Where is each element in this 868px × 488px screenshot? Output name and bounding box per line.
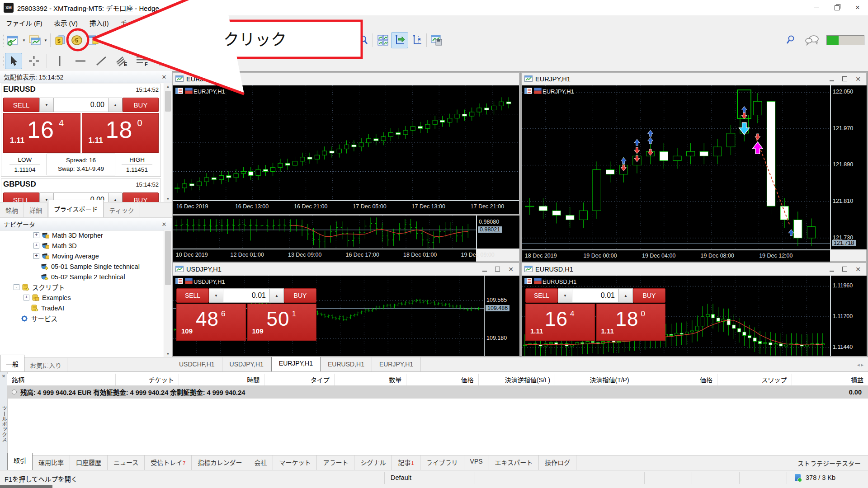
chart-tab-4[interactable]: EURUSD,H1 bbox=[321, 357, 372, 372]
lot-input[interactable]: 0.01 bbox=[223, 288, 269, 303]
tree-expand-icon[interactable]: + bbox=[33, 243, 39, 249]
chart-tab-1[interactable]: USDCHF,H1 bbox=[172, 357, 222, 372]
window-maximize-icon[interactable] bbox=[842, 266, 847, 273]
buy-price-panel[interactable]: 1.11180 bbox=[596, 304, 666, 341]
window-minimize-icon[interactable] bbox=[482, 266, 487, 273]
metaeditor-icon[interactable] bbox=[85, 33, 101, 48]
lot-input[interactable]: 0.01 bbox=[572, 288, 618, 303]
buy-button[interactable]: BUY bbox=[123, 98, 159, 112]
window-close-icon[interactable]: ✕ bbox=[508, 266, 514, 273]
column-header-2[interactable]: チケット bbox=[115, 374, 179, 385]
buy-button[interactable]: BUY bbox=[633, 288, 665, 303]
fibonacci-icon[interactable]: F bbox=[135, 53, 151, 69]
one-click-trading-icon[interactable] bbox=[534, 278, 542, 284]
toolbox-tab-10[interactable]: シグナル bbox=[354, 455, 392, 470]
chart-tab-scroll-icons[interactable]: ◂ ▸ bbox=[857, 362, 863, 368]
menu-item-5[interactable]: ツール(T) bbox=[164, 15, 203, 30]
toolbox-tab-13[interactable]: VPS bbox=[464, 455, 489, 470]
navigator-item-4[interactable]: 05-01 Sample Single technical bbox=[0, 261, 162, 272]
market-watch-tab-2[interactable]: 詳細 bbox=[24, 203, 48, 217]
navigator-close-icon[interactable]: ✕ bbox=[160, 221, 168, 228]
window-minimize-icon[interactable] bbox=[830, 266, 834, 273]
toolbox-tab-11[interactable]: 記事1 bbox=[392, 455, 420, 470]
depth-of-market-icon[interactable] bbox=[524, 88, 532, 94]
profiles-icon[interactable] bbox=[27, 33, 43, 48]
chart-plot-bl[interactable]: USDJPY,H1SELL▼0.01▲BUY109486109501 bbox=[173, 276, 484, 356]
lot-increase-icon[interactable]: ▲ bbox=[108, 192, 123, 202]
toolbox-tab-5[interactable]: 受信トレイ7 bbox=[145, 455, 192, 470]
column-header-4[interactable]: タイプ bbox=[264, 374, 334, 385]
trendline-icon[interactable] bbox=[93, 53, 109, 69]
auto-scroll-icon[interactable] bbox=[391, 32, 408, 48]
vertical-line-icon[interactable] bbox=[52, 53, 68, 69]
column-header-6[interactable]: 価格 bbox=[406, 374, 478, 385]
close-button[interactable]: × bbox=[847, 0, 868, 15]
profiles-dropdown-icon[interactable]: ▼ bbox=[43, 33, 48, 48]
new-order-icon[interactable]: $ bbox=[52, 33, 69, 48]
market-watch-tab-1[interactable]: 銘柄 bbox=[0, 203, 24, 217]
lot-increase-icon[interactable]: ▲ bbox=[269, 288, 284, 303]
minimize-button[interactable] bbox=[806, 0, 826, 15]
chart-plot-strip[interactable] bbox=[173, 216, 476, 249]
menu-item-4[interactable]: チャート (C) bbox=[115, 15, 164, 30]
scroll-up-icon[interactable]: ▲ bbox=[164, 83, 172, 90]
strategy-tester-tab[interactable]: ストラテジーテスター bbox=[797, 459, 861, 468]
lot-input[interactable]: 0.00 bbox=[54, 98, 108, 112]
navigator-item-2[interactable]: +Math 3D bbox=[0, 240, 162, 251]
toolbox-tab-9[interactable]: アラート bbox=[317, 455, 354, 470]
buy-price-panel[interactable]: 1.11180 bbox=[82, 113, 159, 153]
chart-window-bl[interactable]: USDJPY,H1✕USDJPY,H1SELL▼0.01▲BUY10948610… bbox=[172, 262, 520, 357]
market-watch-scrollbar[interactable]: ▲ ▼ bbox=[164, 83, 172, 202]
chart-window-tr[interactable]: EURJPY,H1✕EURJPY,H1122.050121.970121.890… bbox=[521, 72, 867, 262]
column-header-11[interactable]: 損益 bbox=[792, 374, 868, 385]
chart-plot-tl[interactable]: EURJPY,H1 bbox=[173, 85, 519, 201]
window-maximize-icon[interactable] bbox=[842, 75, 847, 83]
navigator-tab-1[interactable]: 一般 bbox=[0, 355, 24, 372]
navigator-scrollbar[interactable]: ▼ bbox=[164, 230, 172, 357]
sell-button[interactable]: SELL bbox=[3, 98, 39, 112]
tree-expand-icon[interactable]: + bbox=[24, 295, 29, 300]
column-header-9[interactable]: 価格 bbox=[634, 374, 717, 385]
text-label-icon[interactable]: T bbox=[156, 53, 173, 69]
window-close-icon[interactable]: ✕ bbox=[855, 75, 861, 83]
search-icon[interactable] bbox=[784, 33, 797, 48]
toolbox-tab-2[interactable]: 運用比率 bbox=[33, 455, 70, 470]
toolbox-tab-8[interactable]: マーケット bbox=[273, 455, 317, 470]
buy-price-panel[interactable]: 109501 bbox=[247, 304, 317, 341]
toolbox-tab-12[interactable]: ライブラリ bbox=[420, 455, 464, 470]
chart-tab-5[interactable]: EURJPY,H1 bbox=[372, 357, 421, 372]
market-watch-tab-3[interactable]: プライスボード bbox=[48, 200, 104, 217]
navigator-item-7[interactable]: +Examples bbox=[0, 292, 162, 303]
toolbox-tab-3[interactable]: 口座履歴 bbox=[70, 455, 108, 470]
horizontal-line-icon[interactable] bbox=[72, 53, 89, 69]
depth-of-market-icon[interactable] bbox=[175, 278, 183, 284]
chart-plot-br[interactable]: EURUSD,H1SELL▼0.01▲BUY1.111641.11180 bbox=[522, 276, 830, 356]
one-click-trading-icon[interactable] bbox=[185, 278, 193, 284]
toolbox-tab-4[interactable]: ニュース bbox=[108, 455, 145, 470]
chart-plot-tr[interactable]: EURJPY,H1 bbox=[522, 85, 830, 250]
chart-shift-icon[interactable] bbox=[408, 33, 425, 48]
toolbox-tab-6[interactable]: 指標カレンダー bbox=[192, 455, 248, 470]
chat-icon[interactable] bbox=[804, 33, 820, 48]
zoom-icon[interactable] bbox=[357, 33, 371, 48]
depth-of-market-icon[interactable] bbox=[524, 278, 532, 284]
toolbox-tab-1[interactable]: 取引 bbox=[7, 453, 33, 470]
one-click-trading-icon[interactable] bbox=[185, 88, 193, 94]
window-close-icon[interactable]: ✕ bbox=[855, 266, 861, 273]
scroll-down-icon[interactable]: ▼ bbox=[164, 350, 172, 357]
toolbox-tab-7[interactable]: 会社 bbox=[248, 455, 273, 470]
buy-button[interactable]: BUY bbox=[123, 192, 159, 202]
tile-windows-icon[interactable] bbox=[375, 33, 391, 48]
market-watch-close-icon[interactable]: ✕ bbox=[160, 74, 168, 80]
sell-button[interactable]: SELL bbox=[525, 288, 558, 303]
sell-button[interactable]: SELL bbox=[3, 192, 39, 202]
sell-price-panel[interactable]: 1.11164 bbox=[525, 304, 595, 341]
tree-expand-icon[interactable]: + bbox=[33, 253, 39, 259]
lot-increase-icon[interactable]: ▲ bbox=[108, 98, 123, 112]
window-minimize-icon[interactable] bbox=[830, 75, 834, 83]
save-chart-icon[interactable] bbox=[429, 33, 445, 48]
crosshair-icon[interactable] bbox=[26, 53, 42, 69]
chart-window-strip[interactable]: 0.980800.9802110 Dec 201912 Dec 01:0013 … bbox=[172, 215, 520, 262]
navigator-item-3[interactable]: +Moving Average bbox=[0, 251, 162, 261]
column-header-5[interactable]: 数量 bbox=[334, 374, 406, 385]
